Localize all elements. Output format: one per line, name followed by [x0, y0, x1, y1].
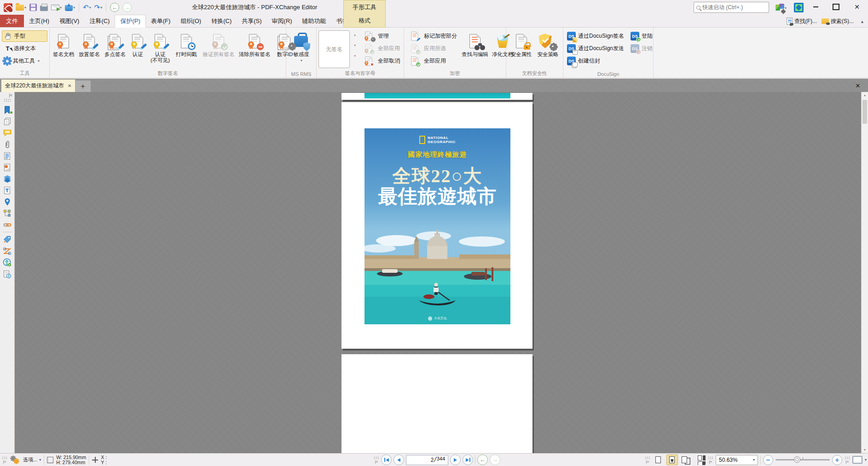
scroll-down-arrow[interactable]: ▾ [862, 447, 868, 453]
tab-protect[interactable]: 保护(P) [115, 15, 145, 28]
bookmarks-panel-button[interactable] [2, 105, 13, 115]
next-view-button[interactable]: → [121, 2, 133, 13]
attachments-panel-button[interactable] [2, 139, 13, 149]
links-panel-button[interactable] [2, 220, 13, 230]
save-button[interactable] [28, 2, 38, 13]
two-page-view-button[interactable] [680, 454, 692, 465]
mark-encrypt-button[interactable]: 标记加密部分 [406, 30, 459, 42]
collapse-ribbon-button[interactable]: ▴ [858, 19, 866, 24]
collapse-panel-button[interactable]: |< [9, 92, 14, 98]
security-properties-button[interactable]: 安全属性 [508, 29, 535, 69]
signature-listbox[interactable]: 无签名 ▴ ▾ ▾ [318, 30, 350, 68]
zoom-slider[interactable] [775, 459, 830, 460]
reading-order-panel-button[interactable] [2, 246, 13, 256]
docusign-send-button[interactable]: DS 通过DocuSign发送 [565, 43, 626, 54]
vertical-scrollbar[interactable]: ▴ ▾ [861, 92, 868, 453]
nav-drag-handle[interactable]: |< [374, 456, 379, 463]
tab-comment[interactable]: 注释(C) [84, 15, 115, 27]
cancel-all-signatures-button[interactable]: 全部取消 [360, 55, 402, 67]
new-tab-button[interactable]: + [75, 81, 91, 92]
signatures-panel-button[interactable] [2, 162, 13, 172]
status-drag-handle[interactable]: |< [2, 456, 7, 463]
tab-convert[interactable]: 转换(C) [206, 15, 237, 27]
options-button[interactable]: 选项... ▾ [23, 456, 41, 463]
document-tab[interactable]: 全球220大最佳旅游城市 ✕ [1, 79, 75, 92]
sensitivity-button[interactable]: 敏感度 ▾ [288, 29, 315, 69]
search-input[interactable] [702, 4, 766, 11]
zoom-slider-thumb[interactable] [794, 456, 800, 463]
open-button[interactable]: ▾ [14, 2, 28, 13]
tab-home[interactable]: 主页(H) [24, 15, 54, 27]
content-panel-button[interactable] [2, 185, 13, 195]
find-button[interactable]: 查找(F)... [787, 17, 817, 25]
first-page-button[interactable] [381, 454, 392, 465]
docusign-logout-button[interactable]: DS 注销 [629, 43, 654, 54]
previous-view-button-status[interactable]: ← [477, 454, 488, 465]
sign-document-button[interactable]: 签名文档 [51, 29, 76, 69]
zoom-drag-handle[interactable]: |< [708, 456, 713, 463]
thumbnails-panel-button[interactable] [2, 116, 13, 126]
clear-all-signatures-button[interactable]: 清除所有签名 [237, 29, 272, 69]
search-button[interactable]: 搜索(S)... [822, 17, 854, 25]
fields-panel-button[interactable] [2, 151, 13, 161]
timestamp-button[interactable]: 打时间戳 [173, 29, 200, 69]
comments-panel-button[interactable] [2, 128, 13, 138]
accessibility-report-panel-button[interactable] [2, 269, 13, 279]
minimize-button[interactable] [808, 0, 823, 14]
tab-share[interactable]: 共享(S) [237, 15, 266, 27]
single-page-view-button[interactable] [653, 454, 664, 465]
tab-view[interactable]: 视图(V) [54, 15, 84, 27]
place-signature-button[interactable]: 放置签名 [76, 29, 102, 69]
view-drag-handle[interactable]: |< [645, 456, 650, 463]
last-page-button[interactable] [463, 454, 473, 465]
previous-page-button[interactable] [393, 454, 404, 465]
tab-organize[interactable]: 组织(O) [175, 15, 206, 27]
hand-tool-button[interactable]: 手型 [2, 30, 47, 42]
fullscreen-drag-handle[interactable]: |< [845, 456, 850, 463]
maximize-button[interactable] [828, 0, 844, 14]
page-number-field[interactable]: / 344 [406, 455, 448, 465]
email-button[interactable]: ▾ [50, 2, 63, 13]
tab-format[interactable]: 格式 [344, 14, 385, 27]
multi-signature-button[interactable]: 多点签名 [102, 29, 128, 69]
manage-signatures-button[interactable]: 管理 [360, 30, 402, 42]
security-policies-button[interactable]: 安全策略 [535, 29, 561, 69]
close-button[interactable]: ✕ [849, 0, 865, 14]
next-page-button[interactable] [450, 454, 461, 465]
close-document-button[interactable]: ✕ [852, 81, 863, 91]
tab-close-icon[interactable]: ✕ [68, 83, 71, 88]
zoom-level-select[interactable]: 50.63% ▾ [716, 455, 758, 465]
validate-all-signatures-button[interactable]: 验证所有签名 [201, 29, 237, 69]
contextual-tab-hand-tool[interactable]: 手形工具 [344, 0, 385, 14]
print-button[interactable] [39, 2, 49, 13]
tab-review[interactable]: 审阅(R) [267, 15, 297, 27]
zoom-out-button[interactable]: − [763, 455, 773, 465]
quick-launch-search[interactable] [694, 2, 769, 13]
select-text-button[interactable]: T 选择文本 [2, 43, 47, 54]
export-button[interactable]: ▾ [64, 2, 76, 13]
listbox-scroll-arrows[interactable]: ▴ ▾ ▾ [354, 33, 356, 58]
zoom-in-button[interactable]: + [832, 455, 842, 465]
layers-panel-button[interactable] [2, 174, 13, 184]
scroll-up-arrow[interactable]: ▴ [862, 92, 868, 98]
destinations-panel-button[interactable] [2, 197, 13, 207]
create-envelope-button[interactable]: DS 创建信封 [565, 55, 626, 67]
previous-view-button[interactable]: ← [109, 2, 121, 13]
dock-drag-handle[interactable] [4, 98, 11, 102]
next-view-button-status[interactable]: → [490, 454, 500, 465]
ui-theme-button[interactable]: ▾ [774, 2, 788, 13]
continuous-view-button[interactable] [666, 454, 678, 465]
page-number-input[interactable] [418, 457, 434, 463]
apply-all-signatures-button[interactable]: 全部应用 [360, 43, 402, 54]
tab-form[interactable]: 表单(F) [146, 15, 176, 27]
undo-button[interactable]: ↶▾ [81, 2, 93, 13]
accessibility-check-panel-button[interactable] [2, 258, 13, 267]
two-page-continuous-view-button[interactable] [694, 454, 706, 465]
apply-selected-button[interactable]: 应用所选 [406, 43, 459, 54]
sessions-button[interactable] [793, 2, 805, 13]
certify-button[interactable]: 认证 [128, 29, 147, 69]
docusign-sign-button[interactable]: DS 通过DocuSign签名 [565, 30, 626, 42]
scrollbar-thumb[interactable] [862, 100, 867, 124]
structure-panel-button[interactable] [2, 208, 13, 218]
fullscreen-button[interactable] [852, 456, 862, 464]
